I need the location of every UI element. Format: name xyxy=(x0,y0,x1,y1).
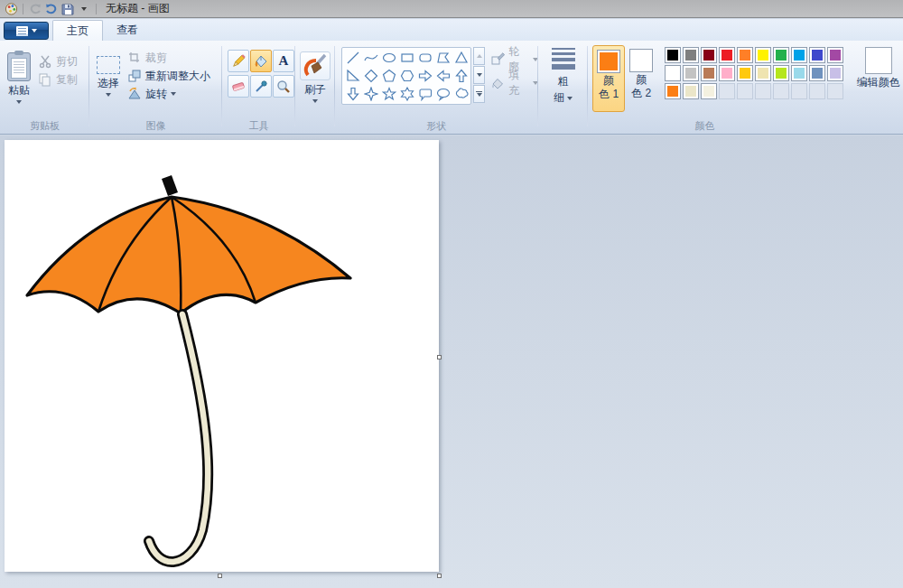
shape-left-arrow-icon[interactable] xyxy=(434,67,452,85)
shape-ellipse-icon[interactable] xyxy=(380,49,398,67)
drawing-canvas[interactable] xyxy=(5,140,439,572)
palette-color-swatch[interactable] xyxy=(809,47,825,63)
shape-down-arrow-icon[interactable] xyxy=(344,85,362,103)
palette-color-swatch[interactable] xyxy=(665,65,681,81)
select-label: 选择 xyxy=(98,76,119,91)
tab-home[interactable]: 主页 xyxy=(52,20,103,41)
palette-color-swatch[interactable] xyxy=(683,83,699,99)
shape-fill-button[interactable]: 填充 xyxy=(490,74,538,92)
color2-swatch xyxy=(632,51,650,70)
palette-color-swatch[interactable] xyxy=(827,65,843,81)
shape-pentagon-icon[interactable] xyxy=(380,67,398,85)
palette-color-swatch[interactable] xyxy=(791,65,807,81)
group-brushes: 刷子 xyxy=(295,41,335,134)
rotate-button[interactable]: 旋转 xyxy=(127,85,210,103)
palette-color-swatch[interactable] xyxy=(665,83,681,99)
color1-button[interactable]: 颜 色 1 xyxy=(592,45,625,112)
chevron-down-icon xyxy=(171,92,176,96)
shapes-more-button[interactable] xyxy=(473,85,485,103)
fill-bucket-tool[interactable] xyxy=(250,50,272,72)
palette-color-swatch[interactable] xyxy=(791,47,807,63)
shape-diamond-icon[interactable] xyxy=(362,67,380,85)
shape-extra-icon[interactable] xyxy=(344,103,362,121)
color-picker-tool[interactable] xyxy=(250,75,272,98)
palette-color-swatch[interactable] xyxy=(701,47,717,63)
palette-empty-slot[interactable] xyxy=(791,83,807,99)
palette-color-swatch[interactable] xyxy=(719,65,735,81)
qat-customize-chevron-icon[interactable] xyxy=(76,2,92,16)
palette-color-swatch[interactable] xyxy=(773,65,789,81)
shape-rectangle-icon[interactable] xyxy=(398,49,416,67)
shape-five-point-star-icon[interactable] xyxy=(380,85,398,103)
canvas-resize-handle-right[interactable] xyxy=(437,355,442,359)
pencil-tool[interactable] xyxy=(228,50,249,72)
edit-colors-button[interactable]: 编辑颜色 xyxy=(853,45,903,134)
shape-cloud-callout-icon[interactable] xyxy=(452,85,470,103)
shape-four-point-star-icon[interactable] xyxy=(362,85,380,103)
palette-color-swatch[interactable] xyxy=(755,65,771,81)
cut-button[interactable]: 剪切 xyxy=(38,52,78,70)
palette-empty-slot[interactable] xyxy=(719,83,735,99)
palette-empty-slot[interactable] xyxy=(773,83,789,99)
palette-color-swatch[interactable] xyxy=(683,47,699,63)
size-button[interactable]: 粗 细 xyxy=(545,48,582,106)
palette-empty-slot[interactable] xyxy=(755,83,771,99)
crop-button[interactable]: 裁剪 xyxy=(127,49,210,67)
palette-color-swatch[interactable] xyxy=(665,47,681,63)
palette-color-swatch[interactable] xyxy=(755,47,771,63)
palette-color-swatch[interactable] xyxy=(701,83,717,99)
shape-right-arrow-icon[interactable] xyxy=(416,67,434,85)
palette-color-swatch[interactable] xyxy=(683,65,699,81)
application-menu-button[interactable] xyxy=(4,22,49,40)
palette-empty-slot[interactable] xyxy=(809,83,825,99)
palette-color-swatch[interactable] xyxy=(737,47,753,63)
paint-app-icon[interactable] xyxy=(3,2,19,16)
rotate-icon xyxy=(127,87,142,101)
resize-label: 重新调整大小 xyxy=(145,69,210,84)
redo-icon[interactable] xyxy=(43,2,60,16)
eraser-tool[interactable] xyxy=(228,75,249,98)
shapes-scroll-up-button[interactable] xyxy=(473,47,485,65)
resize-button[interactable]: 重新调整大小 xyxy=(127,67,210,85)
shape-up-arrow-icon[interactable] xyxy=(452,67,470,85)
group-size: 粗 细 xyxy=(538,41,588,134)
shape-rounded-rectangle-icon[interactable] xyxy=(416,49,434,67)
shapes-scroll-down-button[interactable] xyxy=(473,66,485,84)
eraser-icon xyxy=(230,79,247,95)
umbrella-drawing xyxy=(5,140,439,572)
palette-empty-slot[interactable] xyxy=(737,83,753,99)
chevron-down-icon xyxy=(567,97,573,100)
shape-six-point-star-icon[interactable] xyxy=(398,85,416,103)
magnifier-icon xyxy=(275,79,292,95)
magnifier-tool[interactable] xyxy=(273,75,294,98)
canvas-resize-handle-corner[interactable] xyxy=(437,574,442,578)
divider xyxy=(23,4,23,14)
text-tool[interactable]: A xyxy=(273,50,294,72)
brushes-button[interactable]: 刷子 xyxy=(298,46,332,103)
shape-line-icon[interactable] xyxy=(344,49,362,67)
shape-rounded-callout-icon[interactable] xyxy=(416,85,434,103)
save-icon[interactable] xyxy=(60,2,76,16)
palette-color-swatch[interactable] xyxy=(809,65,825,81)
undo-icon[interactable] xyxy=(27,2,43,16)
shape-oval-callout-icon[interactable] xyxy=(434,85,452,103)
copy-button[interactable]: 复制 xyxy=(38,70,78,89)
shape-right-triangle-icon[interactable] xyxy=(344,67,362,85)
color2-button[interactable]: 颜 色 2 xyxy=(625,45,657,112)
tab-view[interactable]: 查看 xyxy=(103,20,152,41)
divider xyxy=(96,4,97,14)
palette-color-swatch[interactable] xyxy=(773,47,789,63)
shape-polygon-icon[interactable] xyxy=(434,49,452,67)
canvas-resize-handle-bottom[interactable] xyxy=(218,574,222,578)
palette-color-swatch[interactable] xyxy=(701,65,717,81)
copy-icon xyxy=(38,72,52,87)
palette-color-swatch[interactable] xyxy=(737,65,753,81)
shape-curve-icon[interactable] xyxy=(362,49,380,67)
outline-button[interactable]: 轮廓 xyxy=(490,51,538,69)
shape-hexagon-icon[interactable] xyxy=(398,67,416,85)
shape-triangle-icon[interactable] xyxy=(452,49,470,67)
crop-icon xyxy=(127,51,142,65)
palette-color-swatch[interactable] xyxy=(827,47,843,63)
palette-color-swatch[interactable] xyxy=(719,47,735,63)
palette-empty-slot[interactable] xyxy=(827,83,843,99)
